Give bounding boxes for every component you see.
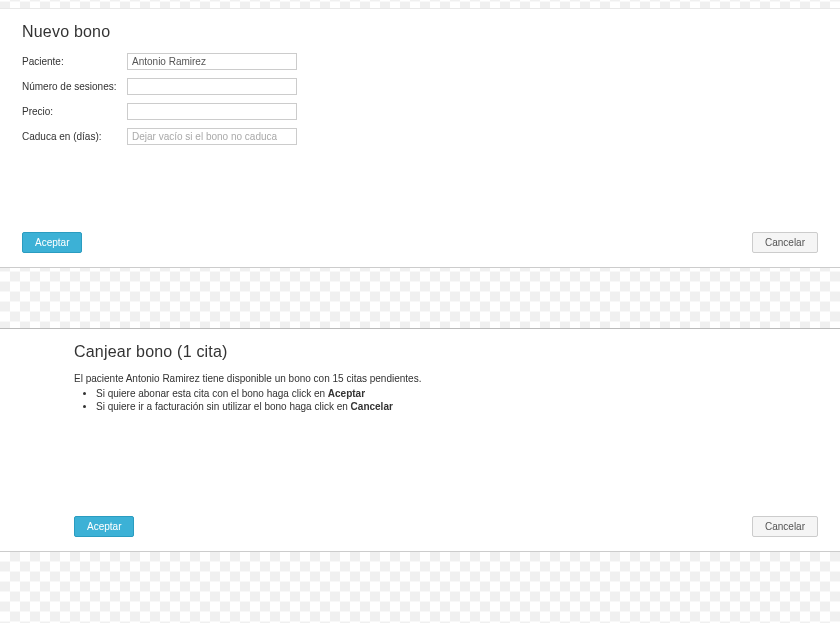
redeem-option-accept: Si quiere abonar esta cita con el bono h… [96, 388, 818, 399]
accept-button[interactable]: Aceptar [22, 232, 82, 253]
option2-bold: Cancelar [351, 401, 393, 412]
redeem-option-cancel: Si quiere ir a facturación sin utilizar … [96, 401, 818, 412]
option2-text: Si quiere ir a facturación sin utilizar … [96, 401, 351, 412]
expiry-input[interactable] [127, 128, 297, 145]
redeem-voucher-title: Canjear bono (1 cita) [74, 343, 818, 361]
sessions-label: Número de sesiones: [22, 81, 127, 92]
option1-text: Si quiere abonar esta cita con el bono h… [96, 388, 328, 399]
redeem-options-list: Si quiere abonar esta cita con el bono h… [96, 388, 818, 412]
redeem-voucher-panel: Canjear bono (1 cita) El paciente Antoni… [0, 328, 840, 552]
expiry-label: Caduca en (días): [22, 131, 127, 142]
cancel-button[interactable]: Cancelar [752, 232, 818, 253]
option1-bold: Aceptar [328, 388, 365, 399]
expiry-row: Caduca en (días): [22, 128, 818, 145]
patient-label: Paciente: [22, 56, 127, 67]
redeem-button-bar: Aceptar Cancelar [74, 516, 818, 537]
new-voucher-panel: Nuevo bono Paciente: Número de sesiones:… [0, 8, 840, 268]
price-input[interactable] [127, 103, 297, 120]
new-voucher-title: Nuevo bono [22, 23, 818, 41]
sessions-input[interactable] [127, 78, 297, 95]
new-voucher-button-bar: Aceptar Cancelar [22, 232, 818, 253]
patient-row: Paciente: [22, 53, 818, 70]
price-label: Precio: [22, 106, 127, 117]
patient-input[interactable] [127, 53, 297, 70]
cancel-button[interactable]: Cancelar [752, 516, 818, 537]
redeem-intro: El paciente Antonio Ramirez tiene dispon… [74, 373, 818, 384]
price-row: Precio: [22, 103, 818, 120]
accept-button[interactable]: Aceptar [74, 516, 134, 537]
sessions-row: Número de sesiones: [22, 78, 818, 95]
